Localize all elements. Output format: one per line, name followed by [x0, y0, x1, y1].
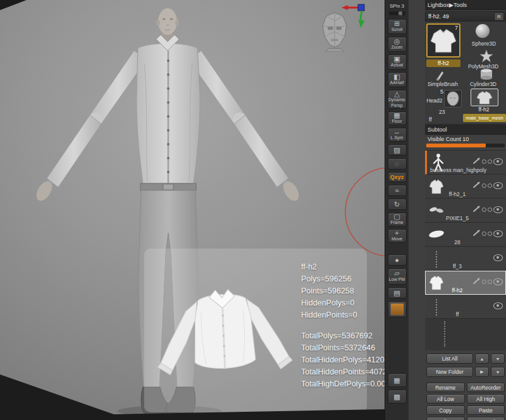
- scroll-button[interactable]: ⊞ Scroll: [388, 19, 407, 34]
- grid-crosshatch-icon: ▩: [393, 393, 400, 400]
- right-arrow-icon: ▶: [480, 369, 483, 374]
- subtool-row-ff-3[interactable]: ff_3: [425, 247, 506, 271]
- move-down-button[interactable]: ▼: [491, 354, 505, 364]
- subtool-row-28[interactable]: 28: [425, 223, 506, 247]
- visibility-eye-icon[interactable]: [493, 230, 503, 237]
- ghost-button[interactable]: ◌: [388, 158, 407, 170]
- subtool-row-business-man[interactable]: business man_highpoly: [425, 151, 506, 175]
- total-line: TotalPolys=5367692: [301, 330, 385, 342]
- subtool-row-ff-h2-selected[interactable]: ff-h2: [425, 271, 506, 295]
- transparency-button[interactable]: ▨: [388, 144, 407, 156]
- subtool-list: business man_highpoly ff-h2_1 PIXIE1_5: [425, 150, 506, 350]
- paste-button[interactable]: Paste: [467, 405, 505, 415]
- visibility-eye-icon[interactable]: [493, 302, 503, 309]
- brush-icon[interactable]: [473, 207, 479, 213]
- new-folder-button[interactable]: New Folder: [426, 367, 473, 377]
- tool-label-head2[interactable]: Head2: [425, 97, 444, 104]
- visibility-eye-icon[interactable]: [493, 254, 503, 261]
- subtool-row-ff-h2-1[interactable]: ff-h2_1: [425, 175, 506, 199]
- visibility-eye-icon[interactable]: [493, 278, 503, 285]
- visible-count-control[interactable]: Visible Count 10: [425, 135, 506, 150]
- tool-item-polymesh3d[interactable]: [479, 49, 493, 63]
- shirt-thumbnail-small: [471, 89, 498, 106]
- tool-item-simplebrush[interactable]: [435, 70, 445, 81]
- all-high-button[interactable]: All High: [467, 394, 505, 404]
- solo-button[interactable]: ●: [388, 254, 407, 266]
- layers-icon: ▤: [393, 290, 400, 297]
- brush-icon[interactable]: [473, 231, 479, 237]
- spix-slider[interactable]: [389, 11, 405, 15]
- tool-item-male-base-mesh[interactable]: male_base_mesh: [463, 114, 506, 122]
- duplicate-button[interactable]: Duplicate: [426, 417, 465, 420]
- brush-icon[interactable]: [473, 159, 479, 164]
- all-low-button[interactable]: All Low: [426, 394, 465, 404]
- qxyz-button[interactable]: Qxyz: [388, 172, 407, 182]
- r-button[interactable]: R: [494, 12, 504, 21]
- active-tool-bar[interactable]: ff-h2. 49 R: [425, 11, 506, 22]
- move-up-button[interactable]: ▲: [475, 354, 489, 364]
- visible-count-fill: [426, 144, 486, 147]
- low-pm-button[interactable]: ▱ Low PM: [388, 268, 407, 285]
- subtool-row-ff[interactable]: ff: [425, 295, 506, 319]
- append-button[interactable]: Append: [467, 417, 505, 420]
- tool-label-simplebrush[interactable]: SimpleBrush: [425, 81, 460, 87]
- tool-label-cylinder3d[interactable]: Cylinder3D: [460, 81, 506, 87]
- ghost-icon: ◌: [395, 161, 399, 168]
- tool-item-cylinder3d[interactable]: [479, 68, 493, 80]
- brush-icon[interactable]: [473, 279, 479, 285]
- zoom-button[interactable]: ◎ Zoom: [388, 37, 407, 52]
- polypaint-icon[interactable]: [482, 232, 492, 236]
- actual-button[interactable]: ▣ Actual: [388, 54, 407, 70]
- subtool-actions: Rename AutoReorder All Low All High Copy…: [426, 383, 505, 420]
- lsym-button[interactable]: ↔ L.Sym: [388, 128, 407, 142]
- right-shelf: SPix 3 ⊞ Scroll ◎ Zoom ▣ Actual ◧ AAHalf…: [385, 0, 409, 420]
- subtool-row-pixie1-5[interactable]: PIXIE1_5: [425, 199, 506, 223]
- folder-down-button[interactable]: ▼: [491, 367, 505, 377]
- visibility-eye-icon[interactable]: [493, 182, 503, 189]
- head-thumbnail: [445, 90, 461, 107]
- visible-count-slider[interactable]: [426, 144, 505, 147]
- tool-item-ff-h2-small[interactable]: [471, 89, 498, 106]
- tool-item-sphere3d[interactable]: [474, 23, 491, 39]
- spin-button[interactable]: ↻: [388, 199, 407, 210]
- magnet-icon: ≈: [395, 187, 398, 194]
- dynamic-persp-button[interactable]: △ Dynamic Persp: [388, 90, 407, 109]
- sphere-thumbnail: [474, 23, 491, 39]
- polypaint-icon[interactable]: [482, 183, 492, 188]
- brush-icon[interactable]: [473, 183, 479, 188]
- floor-button[interactable]: ▦ Floor: [388, 111, 407, 125]
- tool-label-sphere3d[interactable]: Sphere3D: [462, 40, 506, 47]
- tool-palette: 7 ff-h2 Sphere3D PolyMesh3D SimpleBrush: [425, 22, 506, 125]
- material-swatch-icon: [390, 303, 404, 316]
- grid-button-2[interactable]: ▩: [388, 390, 407, 404]
- autoreorder-button[interactable]: AutoReorder: [467, 383, 505, 392]
- polypaint-icon[interactable]: [482, 207, 492, 212]
- stat-line: HiddenPoints=0: [301, 309, 385, 321]
- visibility-eye-icon[interactable]: [493, 158, 503, 165]
- zoom-icon: ◎: [394, 38, 400, 45]
- visibility-eye-icon[interactable]: [493, 206, 503, 213]
- tool-item-head2[interactable]: [444, 90, 462, 108]
- grid-button-1[interactable]: ▦: [388, 373, 407, 387]
- copy-button[interactable]: Copy: [426, 405, 465, 415]
- down-arrow-icon: ▼: [496, 357, 500, 361]
- material-swatch-button[interactable]: [388, 301, 407, 318]
- frame-button[interactable]: ▢ Frame: [388, 213, 407, 226]
- subtool-header[interactable]: Subtool: [425, 125, 506, 135]
- lightbox-tools-header[interactable]: Lightbox▶Tools: [425, 0, 506, 10]
- list-all-button[interactable]: List All: [426, 354, 473, 364]
- layers-button[interactable]: ▤: [388, 287, 407, 299]
- tool-item-ff-h2[interactable]: 7: [426, 23, 460, 58]
- viewport-canvas[interactable]: ff-h2 Polys=596256 Points=596258 HiddenP…: [0, 0, 385, 420]
- rename-button[interactable]: Rename: [426, 383, 465, 392]
- polypaint-icon[interactable]: [482, 280, 492, 284]
- visible-count-label: Visible Count 10: [425, 135, 506, 142]
- move-icon: +: [395, 230, 398, 237]
- polypaint-icon[interactable]: [482, 159, 492, 164]
- move-button[interactable]: + Move: [388, 229, 407, 243]
- magnet-button[interactable]: ≈: [388, 185, 407, 196]
- folder-right-button[interactable]: ▶: [475, 367, 489, 377]
- active-tool-name: ff-h2. 49: [426, 13, 494, 20]
- axis-gizmo-icon[interactable]: [340, 3, 372, 31]
- aahalf-button[interactable]: ◧ AAHalf: [388, 72, 407, 87]
